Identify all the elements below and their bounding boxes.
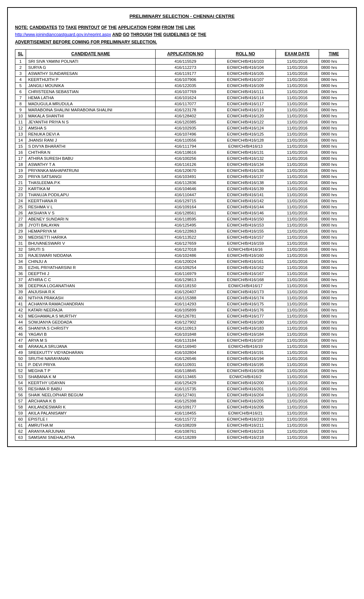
cell-time: 0800 hrs	[319, 301, 349, 307]
cell-name: RESHMA R BABU	[26, 386, 156, 392]
cell-sl: 33	[15, 253, 26, 259]
cell-roll: EOW/CH/B/416/142	[215, 198, 275, 204]
table-row: 46 YAGAVI B 416/101848 EOW/CH/B/416/184 …	[15, 331, 349, 337]
table-row: 28 JYOTI BALAYAN 416/125495 EOW/CH/B/416…	[15, 222, 349, 228]
cell-name: ACHANYA RAMACHANDRAN	[26, 301, 156, 307]
cell-sl: 6	[15, 89, 26, 95]
cell-date: 11/01/2016	[275, 168, 319, 174]
cell-time: 0800 hrs	[319, 143, 349, 149]
cell-time: 0800 hrs	[319, 392, 349, 398]
cell-date: 11/01/2016	[275, 137, 319, 143]
cell-name: PRIYANKA MAHAPATRUNI	[26, 168, 156, 174]
cell-time: 0800 hrs	[319, 168, 349, 174]
cell-app: 416/113465	[156, 374, 216, 380]
cell-roll: EOW/CH/B/416/168	[215, 277, 275, 283]
cell-app: 416/112273	[156, 65, 216, 71]
cell-name: JANGILI MOUNIKA	[26, 83, 156, 89]
cell-time: 0800 hrs	[319, 65, 349, 71]
cell-roll: EOW/CH/B/416/159	[215, 240, 275, 247]
cell-name: ABENEY SUNDARI N	[26, 216, 156, 222]
cell-time: 0800 hrs	[319, 204, 349, 210]
cell-time: 0800 hrs	[319, 428, 349, 435]
cell-date: 11/01/2016	[275, 253, 319, 259]
cell-name: SURYA G	[26, 65, 156, 71]
cell-date: 11/01/2016	[275, 374, 319, 380]
cell-name: AKSHAYA V S	[26, 210, 156, 216]
cell-name: SREEKUTTY VIDYADHARAN	[26, 350, 156, 356]
cell-time: 0800 hrs	[319, 380, 349, 386]
cell-app: 416/107496	[156, 131, 216, 137]
cell-roll: EOW/CH/B/416/19	[215, 344, 275, 350]
table-row: 45 SHANIYA S CHRISTY 416/110913 EOW/CH/B…	[15, 325, 349, 331]
cell-name: KEERTHIJITH P	[26, 77, 156, 83]
cell-app: 416/116940	[156, 344, 216, 350]
table-row: 56 SHAIK NEELOPHAR BEGUM 416/127401 EOW/…	[15, 392, 349, 398]
cell-app: 416/127659	[156, 240, 216, 247]
table-row: 48 ARAKALA SRUJANA 416/116940 EOW/CH/B/4…	[15, 344, 349, 350]
cell-app: 416/120385	[156, 119, 216, 125]
note-link-url[interactable]: http://www.joinindiancoastguard.gov.in/r…	[15, 32, 111, 37]
cell-app: 416/122035	[156, 83, 216, 89]
table-row: 58 AKILANDESWARI K 416/109177 EOW/CH/B/4…	[15, 404, 349, 410]
cell-sl: 28	[15, 222, 26, 228]
table-row: 20 PRIYA SATSANGI 416/103491 EOW/CH/B/41…	[15, 174, 349, 180]
cell-roll: EOW/CH/B/416/120	[215, 113, 275, 119]
cell-name: SRUTI S	[26, 247, 156, 253]
cell-name: NITHYA PRAKASH	[26, 295, 156, 301]
cell-sl: 60	[15, 416, 26, 422]
cell-name: ASWATHY SUNDARESAN	[26, 71, 156, 77]
cell-app: 416/101624	[156, 95, 216, 101]
cell-name: JHANSI RANI J	[26, 137, 156, 143]
cell-name: THASLEEMA.P.K	[26, 180, 156, 186]
cell-date: 11/01/2016	[275, 404, 319, 410]
cell-app: 416/116979	[156, 271, 216, 277]
cell-roll: EOW/CH/B/416/141	[215, 192, 275, 198]
cell-app: 416/120670	[156, 168, 216, 174]
cell-time: 0800 hrs	[319, 422, 349, 428]
cell-date: 11/01/2016	[275, 149, 319, 156]
cell-roll: EOW/CH/B/416/216	[215, 428, 275, 435]
cell-roll: EOW/CH/B/416/136	[215, 168, 275, 174]
cell-name: SRUTHI NARAYANAN	[26, 356, 156, 362]
table-row: 33 RAJESWARI NIDDANA 416/102486 EOW/CH/B…	[15, 253, 349, 259]
cell-name: PRIYA SATSANGI	[26, 174, 156, 180]
col-name: CANDIDATE NAME	[26, 50, 156, 59]
cell-name: BHUVANESWARI V	[26, 240, 156, 247]
cell-time: 0800 hrs	[319, 113, 349, 119]
cell-date: 11/01/2016	[275, 356, 319, 362]
cell-time: 0800 hrs	[319, 350, 349, 356]
cell-date: 11/01/2016	[275, 216, 319, 222]
cell-name: MEDISETTI HARIKA	[26, 234, 156, 240]
table-row: 63 SAMSANI SNEHALATHA 416/118289 EOW/CH/…	[15, 435, 349, 441]
cell-date: 11/01/2016	[275, 416, 319, 422]
cell-date: 11/01/2016	[275, 192, 319, 198]
table-row: 19 PRIYANKA MAHAPATRUNI 416/120670 EOW/C…	[15, 168, 349, 174]
cell-date: 11/01/2016	[275, 265, 319, 271]
cell-sl: 16	[15, 149, 26, 156]
cell-time: 0800 hrs	[319, 295, 349, 301]
note-the1: THE	[108, 25, 117, 30]
cell-roll: EOW/CH/B/416/160	[215, 253, 275, 259]
cell-roll: EOW/CH/B/416/109	[215, 83, 275, 89]
cell-time: 0800 hrs	[319, 337, 349, 344]
cell-date: 11/01/2016	[275, 83, 319, 89]
cell-date: 11/01/2016	[275, 350, 319, 356]
cell-roll: EOW/CH/B/416/161	[215, 259, 275, 265]
cell-app: 416/118845	[156, 368, 216, 374]
table-row: 34 CHINJU A 416/120024 EOW/CH/B/416/161 …	[15, 259, 349, 265]
cell-time: 0800 hrs	[319, 368, 349, 374]
cell-roll: EOW/CH/B/416/21	[215, 410, 275, 416]
cell-app: 416/120024	[156, 259, 216, 265]
note-from: FROM	[162, 25, 174, 30]
note-to: TO	[59, 25, 64, 30]
cell-app: 416/107906	[156, 77, 216, 83]
cell-date: 11/01/2016	[275, 319, 319, 325]
note-form: FORM	[148, 25, 160, 30]
cell-date: 11/01/2016	[275, 422, 319, 428]
cell-roll: EOW/CH/B/416/134	[215, 162, 275, 168]
cell-roll: EOW/CH/B/416/162	[215, 265, 275, 271]
cell-sl: 20	[15, 174, 26, 180]
table-row: 29 HEMAPRIYA M 416/122863 EOW/CH/B/416/1…	[15, 228, 349, 234]
cell-sl: 56	[15, 392, 26, 398]
cell-time: 0800 hrs	[319, 398, 349, 404]
